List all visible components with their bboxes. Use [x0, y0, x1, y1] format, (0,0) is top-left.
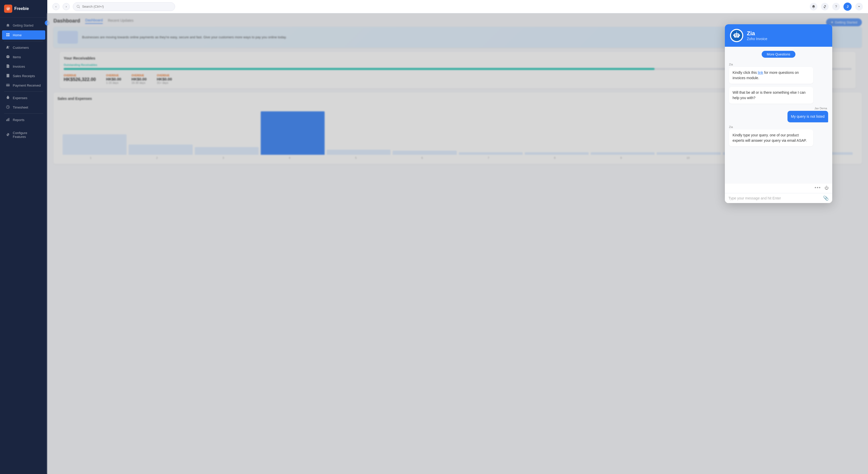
users-icon — [6, 45, 10, 49]
grid-icon — [6, 33, 10, 37]
sidebar-label-items: Items — [13, 55, 21, 59]
sidebar-label-timesheet: Timesheet — [13, 105, 28, 109]
msg-text-1a: Kindly click this — [733, 70, 758, 75]
msg-sender-1: Zia — [729, 63, 828, 66]
app-name: Freebie — [14, 6, 29, 11]
svg-rect-25 — [739, 34, 740, 36]
chevron-down-icon — [857, 5, 861, 8]
sidebar-label-customers: Customers — [13, 46, 29, 49]
search-icon — [77, 5, 80, 8]
sidebar-label-payment-received: Payment Received — [13, 83, 41, 87]
sidebar-label-invoices: Invoices — [13, 65, 25, 68]
svg-rect-10 — [6, 120, 7, 121]
svg-rect-8 — [6, 84, 10, 85]
svg-point-19 — [735, 35, 736, 35]
chat-row-3: Jax Dema My query is not listed — [729, 107, 828, 122]
sidebar-item-configure-features[interactable]: Configure Features — [2, 129, 45, 141]
svg-rect-4 — [8, 35, 9, 36]
svg-rect-24 — [733, 34, 734, 36]
msg-sender-4: Zia — [729, 125, 828, 129]
sidebar-logo[interactable]: Freebie ‹ — [0, 0, 47, 18]
sidebar-item-expenses[interactable]: Expenses — [2, 93, 45, 102]
sidebar-item-payment-received[interactable]: Payment Received — [2, 81, 45, 90]
chat-header-info: Zia Zoho Invoice — [747, 30, 767, 41]
bar-chart-icon — [6, 118, 10, 122]
chat-bubble-3: My query is not listed — [787, 111, 828, 122]
chat-more-options-button[interactable]: ••• — [814, 185, 821, 191]
nav-forward-button[interactable]: › — [63, 3, 70, 10]
sidebar-item-getting-started[interactable]: Getting Started — [2, 21, 45, 30]
chat-input[interactable] — [728, 196, 821, 200]
sidebar-item-customers[interactable]: Customers — [2, 43, 45, 52]
nav-back-button[interactable]: ‹ — [53, 3, 60, 10]
svg-point-13 — [77, 5, 79, 7]
sidebar-divider-3 — [4, 113, 43, 114]
shopping-bag-icon — [6, 96, 10, 100]
svg-point-0 — [6, 7, 10, 11]
sidebar-label-expenses: Expenses — [13, 96, 27, 100]
settings-button[interactable] — [821, 3, 829, 10]
svg-point-22 — [736, 31, 737, 32]
chat-attach-button[interactable]: 📎 — [823, 195, 829, 201]
chat-bot-subtitle: Zoho Invoice — [747, 37, 767, 41]
sidebar: Freebie ‹ Getting Started Home Customers — [0, 0, 47, 474]
msg-link-1[interactable]: link — [758, 70, 763, 75]
chat-bubble-2: Will that be all or is there something e… — [729, 87, 813, 104]
chat-header: Zia Zoho Invoice — [725, 24, 832, 47]
receipt-icon — [6, 74, 10, 78]
svg-point-6 — [8, 46, 9, 47]
zia-avatar-svg — [731, 30, 742, 41]
bot-avatar — [730, 29, 743, 42]
topbar: ‹ › ? J — [47, 0, 868, 13]
sidebar-label-reports: Reports — [13, 118, 25, 122]
app-logo-icon — [4, 5, 12, 13]
chat-footer: 📎 — [725, 193, 832, 203]
sidebar-label-getting-started: Getting Started — [13, 24, 33, 27]
sidebar-item-items[interactable]: Items — [2, 53, 45, 62]
msg-sender-3: Jax Dema — [814, 107, 827, 110]
svg-point-5 — [7, 46, 8, 47]
svg-rect-11 — [7, 119, 8, 121]
chat-bubble-1: Kindly click this link for more question… — [729, 67, 813, 84]
chat-messages[interactable]: More Questions Zia Kindly click this lin… — [725, 47, 832, 183]
sidebar-item-invoices[interactable]: Invoices — [2, 62, 45, 71]
user-avatar[interactable]: J — [843, 3, 851, 11]
settings-icon — [6, 133, 10, 137]
bell-icon — [812, 5, 815, 8]
svg-line-14 — [79, 7, 80, 8]
sidebar-nav: Getting Started Home Customers Items — [0, 18, 47, 474]
sidebar-item-reports[interactable]: Reports — [2, 115, 45, 124]
help-button[interactable]: ? — [832, 3, 840, 10]
svg-point-20 — [737, 35, 738, 35]
chat-bot-name: Zia — [747, 30, 767, 37]
gear-icon — [823, 5, 827, 8]
chat-controls-row: ••• ⏻ — [725, 183, 832, 193]
topbar-actions: ? J — [810, 3, 863, 11]
svg-rect-2 — [8, 33, 9, 34]
svg-rect-12 — [9, 118, 9, 121]
credit-card-icon — [6, 83, 10, 87]
notifications-button[interactable] — [810, 3, 817, 10]
svg-rect-3 — [6, 35, 8, 36]
clock-icon — [6, 105, 10, 109]
sidebar-item-home[interactable]: Home — [2, 30, 45, 40]
sidebar-divider-1 — [4, 41, 43, 41]
file-text-icon — [6, 64, 10, 68]
search-input[interactable] — [82, 5, 171, 8]
chat-bubble-4: Kindly type your query. one of our produ… — [729, 130, 813, 146]
svg-rect-23 — [736, 38, 738, 39]
chat-row-1: Zia Kindly click this link for more ques… — [729, 63, 828, 84]
home-icon — [6, 24, 10, 28]
chat-widget: Zia Zoho Invoice More Questions Zia Kind… — [725, 24, 832, 203]
sidebar-item-sales-receipts[interactable]: Sales Receipts — [2, 71, 45, 80]
scroll-indicator: More Questions — [729, 51, 828, 58]
more-button[interactable] — [855, 3, 863, 10]
sidebar-label-home: Home — [13, 33, 22, 37]
chat-end-button[interactable]: ⏻ — [825, 186, 829, 190]
sidebar-item-timesheet[interactable]: Timesheet — [2, 103, 45, 112]
more-questions-btn[interactable]: More Questions — [762, 51, 796, 58]
sidebar-label-configure-features: Configure Features — [13, 131, 41, 139]
chat-row-4: Zia Kindly type your query. one of our p… — [729, 125, 828, 146]
search-bar[interactable] — [73, 2, 175, 11]
chat-row-2: Will that be all or is there something e… — [729, 87, 828, 104]
